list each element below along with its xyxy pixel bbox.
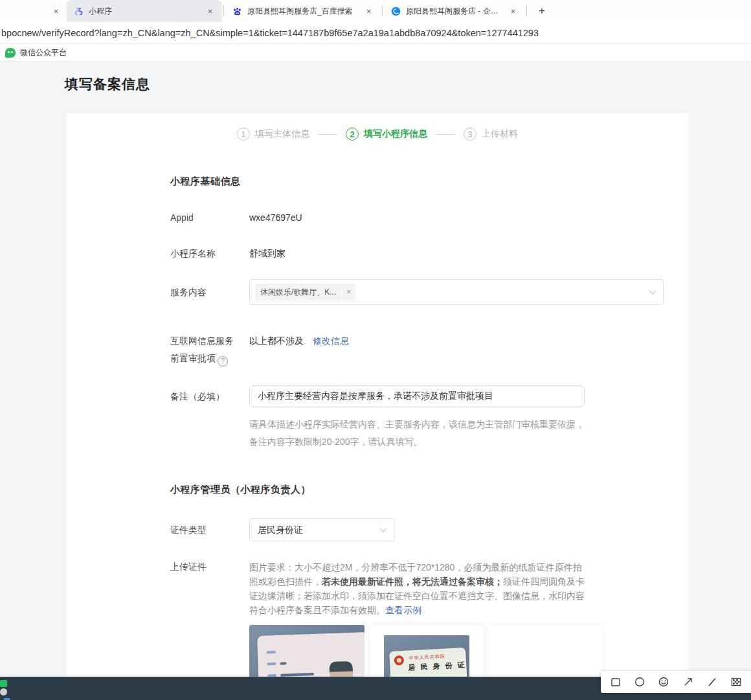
ellipse-tool-icon[interactable] — [631, 673, 648, 690]
form-card: 1 填写主体信息 2 填写小程序信息 3 上传材料 小程序基础信息 Appid … — [67, 113, 688, 677]
requirements-bold-text: 若未使用最新证件照，将无法通过备案审核； — [322, 576, 503, 587]
service-tag-label: 休闲娱乐/歌舞厅、K... — [255, 287, 342, 298]
pre-approval-value: 以上都不涉及 — [249, 332, 304, 350]
step-2-circle: 2 — [346, 128, 359, 141]
step-1-circle: 1 — [237, 128, 250, 141]
remark-label: 备注（必填） — [170, 385, 249, 407]
tab-title: 原阳县熙耳阁服务店 - 企查查 — [406, 6, 502, 17]
page-background: 填写备案信息 1 填写主体信息 2 填写小程序信息 3 上传材料 — [0, 62, 751, 677]
remark-row: 备注（必填） 请具体描述小程序实际经营内容、主要服务内容，该信息为主管部门审核重… — [170, 385, 664, 451]
tab-close-icon[interactable]: × — [205, 6, 216, 17]
step-2: 2 填写小程序信息 — [346, 128, 427, 141]
id-back-preview[interactable]: 中华人民共和国 居 民 身 份 证 — [370, 625, 484, 677]
tab-divider — [382, 6, 383, 16]
desktop-app-icon[interactable] — [0, 688, 7, 695]
national-emblem-icon — [394, 655, 404, 666]
miniprogram-name-value: 舒域到家 — [249, 247, 286, 260]
tab-cropped[interactable]: × — [0, 0, 67, 22]
id-back-photo: 中华人民共和国 居 民 身 份 证 — [384, 635, 469, 677]
remark-input[interactable] — [249, 385, 585, 407]
tab-miniprogram[interactable]: 小程序 × — [67, 0, 222, 22]
qichacha-favicon-icon — [390, 6, 401, 16]
miniprogram-favicon-icon — [73, 6, 84, 16]
step-connector — [436, 134, 455, 135]
tab-title: 原阳县熙耳阁服务店_百度搜索 — [247, 6, 358, 17]
id-back-card-name: 居 民 身 份 证 — [408, 660, 463, 672]
step-1-label: 填写主体信息 — [255, 128, 309, 140]
modify-info-link[interactable]: 修改信息 — [313, 332, 349, 350]
browser-window: × 小程序 × 原阳县熙耳阁服务店_百度搜索 × 原阳县熙耳阁服务店 - 企查查… — [0, 0, 751, 700]
tab-close-icon[interactable]: × — [508, 6, 519, 17]
step-indicator: 1 填写主体信息 2 填写小程序信息 3 上传材料 — [67, 128, 688, 141]
chevron-down-icon — [379, 525, 387, 532]
section-basic-info: 小程序基础信息 — [170, 175, 241, 188]
service-content-select[interactable]: 休闲娱乐/歌舞厅、K... × — [249, 279, 664, 305]
new-tab-button[interactable]: + — [533, 3, 550, 19]
remark-helper-line1: 请具体描述小程序实际经营内容、主要服务内容，该信息为主管部门审核重要依据， — [249, 419, 585, 429]
id-upload-slot[interactable] — [489, 625, 603, 677]
baidu-favicon-icon — [232, 6, 242, 16]
tab-qichacha[interactable]: 原阳县熙耳阁服务店 - 企查查 × — [384, 0, 525, 22]
pen-tool-icon[interactable] — [704, 673, 721, 690]
step-2-label: 填写小程序信息 — [364, 128, 427, 140]
desktop-app-icon[interactable] — [0, 680, 7, 687]
tab-divider — [223, 6, 224, 16]
service-tag: 休闲娱乐/歌舞厅、K... × — [255, 284, 355, 300]
id-front-card — [257, 632, 364, 677]
step-1: 1 填写主体信息 — [237, 128, 309, 141]
address-bar[interactable]: bpocnew/verifyRecord?lang=zh_CN&lang=zh_… — [0, 22, 751, 44]
service-content-label: 服务内容 — [170, 286, 249, 299]
pre-approval-label-line1: 互联网信息服务 — [170, 335, 234, 346]
bookmarks-bar: 微信公众平台 — [0, 44, 751, 62]
tag-remove-icon[interactable]: × — [342, 288, 355, 297]
upload-cert-row: 上传证件 图片要求：大小不超过2M，分辨率不低于720*1280，必须为最新的纸… — [170, 560, 664, 617]
chevron-down-icon — [649, 287, 656, 294]
id-back-card: 中华人民共和国 居 民 身 份 证 — [389, 648, 468, 677]
emoji-tool-icon[interactable] — [655, 673, 672, 690]
pre-approval-row: 互联网信息服务 前置审批项? 以上都不涉及 修改信息 — [170, 332, 664, 367]
remark-helper-line2: 备注内容字数限制20-200字，请认真填写。 — [249, 436, 423, 447]
id-front-preview[interactable] — [249, 625, 364, 677]
upload-requirements: 图片要求：大小不超过2M，分辨率不低于720*1280，必须为最新的纸质证件原件… — [249, 560, 588, 617]
appid-label: Appid — [170, 211, 249, 224]
remark-field-group: 请具体描述小程序实际经营内容、主要服务内容，该信息为主管部门审核重要依据， 备注… — [249, 385, 589, 451]
mosaic-tool-icon[interactable] — [728, 673, 745, 690]
cert-type-value: 居民身份证 — [258, 523, 303, 536]
step-3: 3 上传材料 — [464, 128, 518, 141]
tab-close-icon[interactable]: × — [363, 6, 374, 17]
help-icon[interactable]: ? — [218, 356, 228, 367]
step-3-circle: 3 — [464, 128, 476, 141]
tab-strip: × 小程序 × 原阳县熙耳阁服务店_百度搜索 × 原阳县熙耳阁服务店 - 企查查… — [0, 0, 751, 22]
step-3-label: 上传材料 — [482, 128, 518, 140]
step-connector — [318, 134, 337, 135]
cert-type-select[interactable]: 居民身份证 — [249, 518, 394, 541]
appid-row: Appid wxe47697eU — [170, 211, 664, 224]
bookmark-wechat-mp[interactable]: 微信公众平台 — [5, 47, 67, 58]
service-content-row: 服务内容 休闲娱乐/歌舞厅、K... × — [170, 279, 664, 305]
url-text[interactable]: bpocnew/verifyRecord?lang=zh_CN&lang=zh_… — [0, 28, 539, 38]
tab-title: 小程序 — [89, 6, 199, 17]
cert-type-row: 证件类型 居民身份证 — [170, 518, 664, 541]
pre-approval-label-line2: 前置审批项 — [170, 353, 216, 363]
miniprogram-name-row: 小程序名称 舒域到家 — [170, 247, 664, 260]
id-portrait — [329, 661, 353, 677]
pre-approval-label: 互联网信息服务 前置审批项? — [170, 332, 249, 367]
view-example-link[interactable]: 查看示例 — [385, 605, 421, 615]
remark-helper-text: 请具体描述小程序实际经营内容、主要服务内容，该信息为主管部门审核重要依据， 备注… — [249, 416, 589, 451]
wechat-icon — [5, 48, 16, 58]
screenshot-toolbar — [601, 671, 751, 693]
section-admin: 小程序管理员（小程序负责人） — [170, 484, 311, 496]
miniprogram-name-label: 小程序名称 — [170, 247, 249, 260]
cert-type-label: 证件类型 — [170, 523, 249, 536]
rectangle-tool-icon[interactable] — [607, 673, 624, 690]
bookmark-label: 微信公众平台 — [20, 47, 67, 58]
tab-baidu-search[interactable]: 原阳县熙耳阁服务店_百度搜索 × — [225, 0, 381, 22]
upload-cert-label: 上传证件 — [170, 560, 249, 573]
id-upload-previews: 中华人民共和国 居 民 身 份 证 — [249, 625, 603, 677]
tab-divider — [526, 6, 527, 16]
tab-close-icon[interactable]: × — [50, 6, 62, 17]
arrow-tool-icon[interactable] — [680, 673, 697, 690]
page-title: 填写备案信息 — [65, 75, 150, 93]
appid-value: wxe47697eU — [249, 211, 302, 224]
